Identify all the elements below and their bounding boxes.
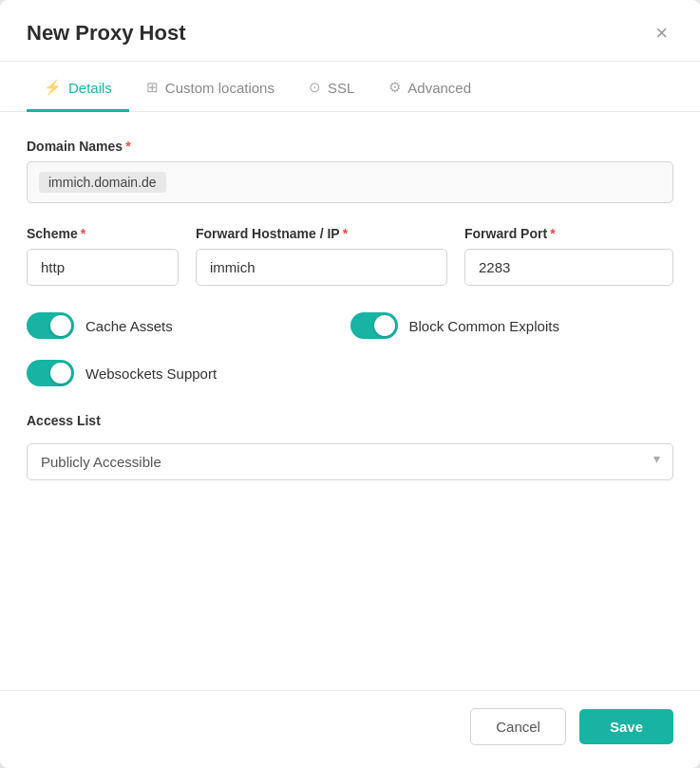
new-proxy-host-modal: New Proxy Host × ⚡ Details ⊞ Custom loca… xyxy=(0,0,700,768)
access-list-select-wrapper: Publicly Accessible xyxy=(27,436,673,480)
cache-assets-label: Cache Assets xyxy=(85,318,173,334)
close-button[interactable]: × xyxy=(650,21,673,46)
toggles-row-1: Cache Assets Block Common Exploits xyxy=(27,312,673,339)
scheme-group: Scheme* xyxy=(27,226,179,286)
forward-port-label: Forward Port* xyxy=(464,226,673,241)
access-list-section: Access List Publicly Accessible xyxy=(27,413,673,480)
modal-body: Domain Names* immich.domain.de Scheme* F… xyxy=(0,112,700,690)
websockets-label: Websockets Support xyxy=(85,365,217,382)
websockets-toggle[interactable] xyxy=(27,360,74,386)
scheme-input[interactable] xyxy=(27,249,179,286)
access-list-label: Access List xyxy=(27,413,673,428)
domain-names-input[interactable]: immich.domain.de xyxy=(27,161,673,203)
modal-footer: Cancel Save xyxy=(0,690,700,768)
tab-advanced-label: Advanced xyxy=(407,80,471,96)
domain-names-label: Domain Names* xyxy=(27,139,673,154)
save-button[interactable]: Save xyxy=(579,709,673,744)
tab-bar: ⚡ Details ⊞ Custom locations ⊙ SSL ⚙ Adv… xyxy=(0,62,700,112)
tab-details-label: Details xyxy=(68,80,112,96)
tab-advanced[interactable]: ⚙ Advanced xyxy=(371,62,488,112)
custom-locations-icon: ⊞ xyxy=(146,79,159,96)
forward-hostname-label: Forward Hostname / IP* xyxy=(196,226,447,241)
tab-ssl[interactable]: ⊙ SSL xyxy=(292,62,371,112)
cache-assets-slider xyxy=(27,312,74,339)
scheme-label: Scheme* xyxy=(27,226,179,241)
cancel-button[interactable]: Cancel xyxy=(470,708,566,745)
block-exploits-slider xyxy=(350,312,398,339)
websockets-row: Websockets Support xyxy=(27,360,673,386)
details-icon: ⚡ xyxy=(44,79,62,96)
tab-custom-locations-label: Custom locations xyxy=(165,80,274,96)
ssl-icon: ⊙ xyxy=(309,79,321,96)
forward-port-input[interactable] xyxy=(464,249,673,286)
access-list-select[interactable]: Publicly Accessible xyxy=(27,443,673,480)
modal-header: New Proxy Host × xyxy=(0,0,700,62)
forward-port-group: Forward Port* xyxy=(464,226,673,286)
advanced-icon: ⚙ xyxy=(388,79,401,96)
forward-hostname-input[interactable] xyxy=(196,249,447,286)
connection-fields-row: Scheme* Forward Hostname / IP* Forward P… xyxy=(27,226,673,286)
block-exploits-toggle[interactable] xyxy=(350,312,398,339)
cache-assets-group: Cache Assets xyxy=(27,312,350,339)
tab-details[interactable]: ⚡ Details xyxy=(27,62,129,112)
modal-title: New Proxy Host xyxy=(27,21,186,46)
websockets-slider xyxy=(27,360,74,386)
forward-hostname-group: Forward Hostname / IP* xyxy=(196,226,447,286)
cache-assets-toggle[interactable] xyxy=(27,312,74,339)
block-exploits-group: Block Common Exploits xyxy=(350,312,674,339)
tab-ssl-label: SSL xyxy=(328,80,354,96)
block-exploits-label: Block Common Exploits xyxy=(409,318,559,334)
domain-names-group: Domain Names* immich.domain.de xyxy=(27,139,673,203)
tab-custom-locations[interactable]: ⊞ Custom locations xyxy=(129,62,292,112)
domain-tag: immich.domain.de xyxy=(39,172,166,193)
